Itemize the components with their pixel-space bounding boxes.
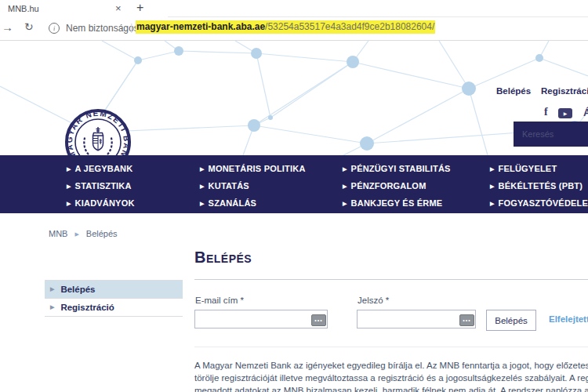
nav-item-monetaris-politika[interactable]: ▶MONETÁRIS POLITIKA [200, 164, 306, 173]
nav-arrow-icon: ▶ [490, 166, 495, 172]
login-button[interactable]: Belépés [486, 310, 536, 331]
notice-divider [194, 347, 588, 347]
search-box [514, 122, 588, 147]
nav-item-penzugyi-stabilitas[interactable]: ▶PÉNZÜGYI STABILITÁS [343, 164, 451, 173]
site-header: MAGYAR NEMZETI BANK Belépés Regisztráció… [0, 41, 588, 155]
sidebar-arrow-icon: ▶ [50, 286, 54, 292]
accessibility-icon[interactable]: Á [583, 107, 588, 118]
nav-arrow-icon: ▶ [343, 183, 347, 189]
address-bar[interactable]: magyar-nemzeti-bank.aba.ae/53254a53517e4… [136, 21, 435, 32]
sidebar-item-regisztracio[interactable]: ▶ Regisztráció [45, 299, 183, 317]
chip-separator: | [130, 21, 132, 33]
nav-arrow-icon: ▶ [200, 166, 205, 172]
nav-item-kiadvanyok[interactable]: ▶KIADVÁNYOK [67, 198, 135, 208]
sidebar-item-belepes[interactable]: ▶ Belépés [45, 280, 183, 299]
youtube-icon[interactable]: ▶ [558, 108, 572, 118]
nav-arrow-icon: ▶ [200, 183, 205, 189]
nav-item-felugyelet[interactable]: ▶FELÜGYELET [490, 164, 557, 173]
header-register-link[interactable]: Regisztráció [541, 86, 588, 96]
nav-item-fogyasztovedelem[interactable]: ▶FOGYASZTÓVÉDELEM [490, 198, 588, 208]
sidebar-menu: ▶ Belépés ▶ Regisztráció [45, 280, 183, 317]
nav-arrow-icon: ▶ [490, 183, 495, 189]
close-tab-icon[interactable]: × [115, 2, 122, 14]
info-icon[interactable]: i [49, 23, 60, 34]
password-field[interactable] [357, 310, 476, 328]
forward-icon[interactable]: → [2, 20, 13, 34]
nav-arrow-icon: ▶ [343, 166, 347, 172]
email-label: E-mail cím * [195, 296, 244, 305]
search-input[interactable] [514, 122, 588, 147]
sidebar-item-label: Belépés [60, 285, 95, 294]
nav-item-bankjegy-es-erme[interactable]: ▶BANKJEGY ÉS ÉRME [343, 198, 442, 208]
breadcrumb-home-link[interactable]: MNB [49, 229, 67, 238]
sidebar-item-label: Regisztráció [60, 303, 114, 312]
email-field[interactable] [194, 310, 328, 328]
nav-item-statisztika[interactable]: ▶STATISZTIKA [67, 181, 132, 191]
nav-arrow-icon: ▶ [490, 201, 495, 206]
browser-tab[interactable]: MNB.hu [8, 4, 39, 13]
security-chip[interactable]: Nem biztonságos [66, 23, 139, 34]
page-title: Belépés [194, 249, 252, 267]
forgot-password-link[interactable]: Elfelejtette a jelszavát? [549, 314, 588, 324]
nav-arrow-icon: ▶ [67, 201, 71, 206]
notice-text-line: törölje regisztrációját illetve megválto… [194, 373, 588, 383]
breadcrumb-current: Belépés [86, 229, 118, 238]
nav-arrow-icon: ▶ [67, 183, 71, 189]
nav-arrow-icon: ▶ [200, 201, 205, 206]
title-divider [194, 279, 588, 280]
tab-strip: MNB.hu × + [0, 0, 588, 17]
autofill-icon[interactable]: ••• [311, 314, 326, 326]
browser-toolbar: → ↻ i Nem biztonságos | magyar-nemzeti-b… [0, 17, 588, 40]
nav-arrow-icon: ▶ [343, 201, 347, 206]
breadcrumb-arrow-icon: ▶ [74, 231, 78, 237]
browser-window: MNB.hu × + → ↻ i Nem biztonságos | magya… [0, 0, 588, 392]
sidebar-arrow-icon: ▶ [50, 304, 54, 310]
url-path: /53254a53517e4a3ad4f9ce2b18082604/ [265, 21, 434, 32]
autofill-icon[interactable]: ••• [459, 314, 474, 326]
nav-item-penzforgalom[interactable]: ▶PÉNZFORGALOM [343, 181, 426, 191]
password-label: Jelszó * [358, 296, 389, 305]
header-login-link[interactable]: Belépés [496, 86, 531, 96]
facebook-icon[interactable]: f [544, 106, 548, 118]
main-navigation: ▶A JEGYBANK ▶STATISZTIKA ▶KIADVÁNYOK ▶MO… [0, 155, 588, 213]
nav-item-szanalas[interactable]: ▶SZANÁLÁS [200, 198, 256, 208]
nav-item-bekeltetes[interactable]: ▶BÉKÉLTETÉS (PBT) [490, 181, 583, 191]
nav-arrow-icon: ▶ [67, 166, 71, 172]
new-tab-icon[interactable]: + [136, 1, 143, 15]
notice-text-line: A Magyar Nemzeti Bank az igényeket egyed… [194, 361, 588, 370]
url-domain: magyar-nemzeti-bank.aba.ae [136, 21, 265, 32]
nav-item-kutatas[interactable]: ▶KUTATÁS [200, 181, 249, 191]
notice-text-line: megadott adatokat az MNB bizalmasan keze… [194, 386, 588, 392]
reload-icon[interactable]: ↻ [24, 20, 34, 33]
mnb-logo[interactable]: MAGYAR NEMZETI BANK [64, 108, 132, 155]
breadcrumb: MNB▶Belépés [49, 229, 118, 238]
youtube-play-glyph: ▶ [564, 111, 568, 116]
nav-item-jegybank[interactable]: ▶A JEGYBANK [67, 164, 132, 173]
